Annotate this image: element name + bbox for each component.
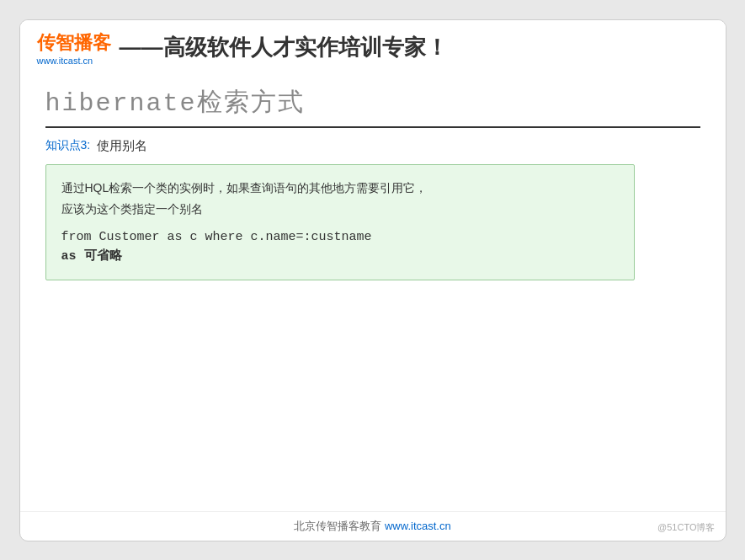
knowledge-title: 使用别名 — [97, 138, 147, 154]
logo-area: 传智播客 www.itcast.cn — [37, 30, 111, 66]
explanation-line1: 通过HQL检索一个类的实例时，如果查询语句的其他地方需要引用它， — [61, 181, 428, 195]
explanation-box: 通过HQL检索一个类的实例时，如果查询语句的其他地方需要引用它， 应该为这个类指… — [45, 164, 635, 280]
content-area: hibernate检索方式 知识点3: 使用别名 通过HQL检索一个类的实例时，… — [20, 72, 726, 511]
knowledge-label: 知识点3: — [45, 138, 91, 153]
watermark: @51CTO博客 — [657, 521, 715, 534]
slide: 传智播客 www.itcast.cn ——高级软件人才实作培训专家！ hiber… — [19, 19, 726, 541]
code-line1: from Customer as c where c.name=:custnam… — [61, 230, 619, 244]
explanation-text: 通过HQL检索一个类的实例时，如果查询语句的其他地方需要引用它， 应该为这个类指… — [61, 178, 619, 220]
logo-text: 传智播客 — [37, 30, 111, 56]
header: 传智播客 www.itcast.cn ——高级软件人才实作培训专家！ — [20, 20, 726, 72]
page-title: hibernate检索方式 — [45, 85, 700, 128]
knowledge-point: 知识点3: 使用别名 — [45, 138, 700, 154]
explanation-line2: 应该为这个类指定一个别名 — [61, 202, 203, 216]
code-line2: as 可省略 — [61, 248, 619, 264]
footer-url: www.itcast.cn — [385, 520, 451, 532]
logo-url: www.itcast.cn — [37, 56, 93, 66]
footer-text: 北京传智播客教育 — [294, 520, 385, 532]
footer: 北京传智播客教育 www.itcast.cn — [20, 511, 726, 541]
header-tagline: ——高级软件人才实作培训专家！ — [120, 33, 448, 62]
